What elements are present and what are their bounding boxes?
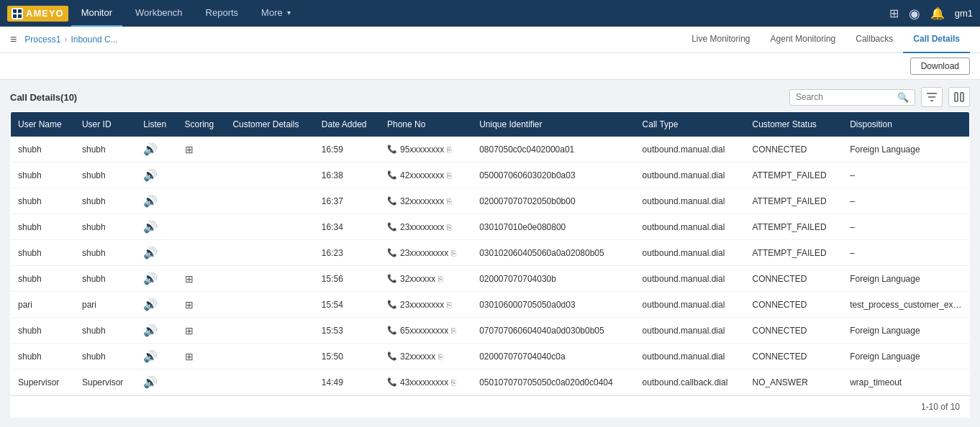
- cell-listen[interactable]: 🔊: [136, 344, 177, 369]
- copy-icon[interactable]: ⎘: [447, 300, 452, 309]
- cell-scoring[interactable]: ⊞: [178, 318, 226, 344]
- cell-listen[interactable]: 🔊: [136, 188, 177, 214]
- grid-icon[interactable]: ⊞: [889, 6, 899, 20]
- cell-listen[interactable]: 🔊: [136, 240, 177, 266]
- phone-icon: 📞: [387, 377, 397, 387]
- listen-icon[interactable]: 🔊: [143, 350, 158, 362]
- cell-customer-details: [225, 162, 314, 188]
- cell-scoring[interactable]: [178, 188, 226, 214]
- col-date-added: Date Added: [314, 112, 380, 137]
- cell-date-added: 16:38: [314, 162, 380, 188]
- cell-disposition: –: [843, 240, 969, 266]
- subnav-callbacks[interactable]: Callbacks: [845, 27, 903, 53]
- phone-icon: 📞: [387, 248, 397, 257]
- score-icon[interactable]: ⊞: [185, 273, 194, 285]
- cell-scoring[interactable]: [178, 240, 226, 266]
- col-customer-status: Customer Status: [745, 112, 843, 137]
- listen-icon[interactable]: 🔊: [143, 376, 158, 388]
- cell-status: NO_ANSWER: [745, 369, 843, 395]
- copy-icon[interactable]: ⎘: [447, 223, 452, 231]
- breadcrumb-home[interactable]: Process1: [24, 35, 60, 45]
- cell-phone-no: 📞 43xxxxxxxxx ⎘: [380, 369, 472, 395]
- cell-unique-id: 030107010e0e080800: [472, 214, 635, 240]
- score-icon[interactable]: ⊞: [185, 299, 194, 311]
- cell-listen[interactable]: 🔊: [136, 318, 177, 344]
- copy-icon[interactable]: ⎘: [447, 197, 452, 206]
- cell-listen[interactable]: 🔊: [136, 266, 177, 292]
- bell-icon[interactable]: 🔔: [930, 6, 945, 20]
- cell-scoring[interactable]: [178, 369, 226, 395]
- search-box[interactable]: 🔍: [789, 89, 915, 106]
- cell-call-type: outbound.manual.dial: [635, 240, 745, 266]
- cell-status: CONNECTED: [745, 266, 843, 292]
- copy-icon[interactable]: ⎘: [438, 352, 443, 361]
- cell-date-added: 15:53: [314, 318, 380, 344]
- score-icon[interactable]: ⊞: [185, 144, 194, 155]
- sub-navigation: Live Monitoring Agent Monitoring Callbac…: [681, 27, 970, 53]
- cell-scoring[interactable]: [178, 214, 226, 240]
- search-input[interactable]: [796, 92, 897, 102]
- cell-listen[interactable]: 🔊: [136, 137, 177, 162]
- score-icon[interactable]: ⊞: [185, 325, 194, 336]
- copy-icon[interactable]: ⎘: [447, 145, 452, 154]
- breadcrumb-current[interactable]: Inbound C...: [71, 35, 117, 45]
- copy-icon[interactable]: ⎘: [451, 326, 456, 335]
- phone-number: 23xxxxxxxx: [400, 300, 444, 310]
- listen-icon[interactable]: 🔊: [143, 221, 158, 233]
- subnav-call-details[interactable]: Call Details: [903, 27, 970, 53]
- cell-disposition: Foreign Language: [843, 318, 969, 344]
- listen-icon[interactable]: 🔊: [143, 272, 158, 285]
- cell-date-added: 16:34: [314, 214, 380, 240]
- download-button[interactable]: Download: [910, 58, 970, 75]
- score-icon[interactable]: ⊞: [185, 351, 194, 362]
- cell-unique-id: 070707060604040a0d030b0b05: [472, 318, 635, 344]
- columns-button[interactable]: [948, 87, 970, 107]
- cell-phone-no: 📞 32xxxxxxxx ⎘: [380, 188, 472, 214]
- cell-disposition: Foreign Language: [843, 344, 969, 369]
- cell-listen[interactable]: 🔊: [136, 292, 177, 318]
- filter-icon: [926, 92, 938, 102]
- cell-scoring[interactable]: ⊞: [178, 344, 226, 369]
- breadcrumb: ≡ Process1 › Inbound C...: [10, 33, 118, 46]
- listen-icon[interactable]: 🔊: [143, 195, 158, 207]
- copy-icon[interactable]: ⎘: [451, 249, 456, 257]
- menu-icon[interactable]: ≡: [10, 33, 17, 46]
- circle-icon[interactable]: ◉: [909, 6, 920, 22]
- nav-reports[interactable]: Reports: [196, 0, 249, 27]
- nav-monitor[interactable]: Monitor: [71, 0, 122, 27]
- nav-left: AMEYO Monitor Workbench Reports More ▾: [7, 0, 301, 27]
- breadcrumb-separator: ›: [64, 35, 67, 45]
- subnav-live-monitoring[interactable]: Live Monitoring: [681, 27, 760, 53]
- listen-icon[interactable]: 🔊: [143, 143, 158, 155]
- cell-scoring[interactable]: ⊞: [178, 266, 226, 292]
- cell-call-type: outbound.manual.dial: [635, 162, 745, 188]
- cell-scoring[interactable]: ⊞: [178, 292, 226, 318]
- copy-icon[interactable]: ⎘: [451, 378, 456, 387]
- filter-button[interactable]: [921, 87, 943, 107]
- nav-more[interactable]: More ▾: [251, 0, 301, 27]
- copy-icon[interactable]: ⎘: [447, 171, 452, 180]
- logo[interactable]: AMEYO: [7, 6, 68, 22]
- listen-icon[interactable]: 🔊: [143, 247, 158, 259]
- listen-icon[interactable]: 🔊: [143, 169, 158, 181]
- copy-icon[interactable]: ⎘: [438, 275, 443, 283]
- nav-workbench[interactable]: Workbench: [125, 0, 193, 27]
- listen-icon[interactable]: 🔊: [143, 324, 158, 336]
- user-label[interactable]: gm1: [955, 8, 973, 19]
- cell-listen[interactable]: 🔊: [136, 214, 177, 240]
- table-row: shubh shubh 🔊 ⊞ 15:56 📞 32xxxxxx ⎘ 02000…: [11, 266, 970, 292]
- cell-user-id: shubh: [75, 266, 136, 292]
- top-navigation: AMEYO Monitor Workbench Reports More ▾ ⊞…: [0, 0, 980, 27]
- cell-scoring[interactable]: ⊞: [178, 137, 226, 162]
- listen-icon[interactable]: 🔊: [143, 298, 158, 311]
- cell-disposition: test_process_customer_exclusi...: [843, 292, 969, 318]
- cell-listen[interactable]: 🔊: [136, 162, 177, 188]
- cell-listen[interactable]: 🔊: [136, 369, 177, 395]
- cell-scoring[interactable]: [178, 162, 226, 188]
- cell-user-id: shubh: [75, 318, 136, 344]
- chevron-down-icon: ▾: [287, 9, 291, 17]
- subnav-agent-monitoring[interactable]: Agent Monitoring: [761, 27, 846, 53]
- logo-text: AMEYO: [26, 8, 64, 19]
- cell-phone-no: 📞 32xxxxxx ⎘: [380, 344, 472, 369]
- svg-rect-2: [13, 14, 17, 18]
